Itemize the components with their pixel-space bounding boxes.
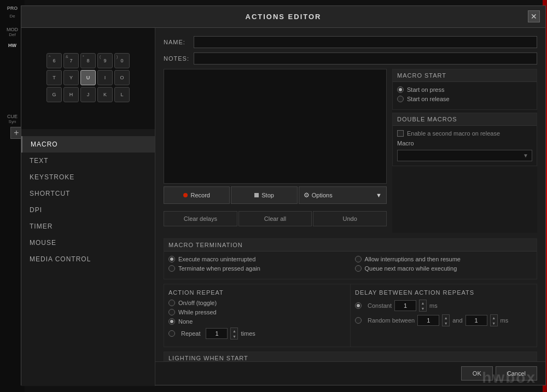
radio-queue-next: Queue next macro while executing xyxy=(355,265,533,272)
radio-start-release-input[interactable] xyxy=(397,96,404,102)
macro-start-content: Start on press Start on release xyxy=(393,82,537,109)
action-buttons-row: Record Stop ⚙ Options ▼ xyxy=(164,186,387,204)
action-repeat-col: ACTION REPEAT On/off (toggle) While pres… xyxy=(164,284,351,347)
name-label: NAME: xyxy=(164,39,194,45)
nav-section-label xyxy=(21,132,155,136)
random-spinner2: ▲ ▼ xyxy=(490,314,498,326)
radio-constant-input[interactable] xyxy=(355,302,362,309)
keyboard-area: ^ 6 & 7 * 8 ( 9 ) 0 xyxy=(21,28,155,129)
macro-editor-canvas xyxy=(164,69,387,184)
random-spinner1: ▲ ▼ xyxy=(442,314,450,326)
options-dropdown-arrow: ▼ xyxy=(376,192,382,198)
notes-input[interactable] xyxy=(194,52,537,65)
record-label: Record xyxy=(190,192,210,198)
options-icon: ⚙ xyxy=(304,191,310,199)
radio-while-pressed-label: While pressed xyxy=(178,309,217,315)
hardware-label: HW xyxy=(8,43,16,48)
clear-delays-button[interactable]: Clear delays xyxy=(164,211,237,226)
key-U: U xyxy=(80,70,96,85)
nav-item-media-control[interactable]: MEDIA CONTROL xyxy=(21,251,155,267)
random-spinner2-up[interactable]: ▲ xyxy=(491,315,497,320)
repeat-spinner-down[interactable]: ▼ xyxy=(231,334,237,339)
repeat-spinner-up[interactable]: ▲ xyxy=(231,328,237,334)
notes-label: NOTES: xyxy=(164,55,194,62)
radio-uninterrupted-input[interactable] xyxy=(168,256,175,262)
options-button[interactable]: ⚙ Options ▼ xyxy=(299,186,387,204)
nav-item-timer[interactable]: TIMER xyxy=(21,218,155,235)
macro-start-section: MACRO START Start on press Start on rele… xyxy=(392,69,537,110)
mode-label: MOD xyxy=(7,27,18,32)
radio-queue-next-input[interactable] xyxy=(355,265,362,272)
radio-start-on-release: Start on release xyxy=(397,96,532,102)
record-icon xyxy=(183,193,188,197)
radio-random-input[interactable] xyxy=(355,317,362,324)
repeat-spinner: ▲ ▼ xyxy=(230,327,238,340)
repeat-value-input[interactable] xyxy=(206,328,228,339)
close-button[interactable]: ✕ xyxy=(528,10,540,22)
radio-allow-interruptions: Allow interruptions and then resume xyxy=(355,256,533,262)
nav-item-dpi[interactable]: DPI xyxy=(21,202,155,218)
macro-termination-header: MACRO TERMINATION xyxy=(164,239,537,251)
notes-row: NOTES: xyxy=(164,52,537,65)
key-I: I xyxy=(97,70,113,85)
nav-item-macro[interactable]: MACRO xyxy=(21,136,155,153)
double-macros-content: Enable a second macro on release Macro ▼ xyxy=(393,126,537,166)
delay-col: DELAY BETWEEN ACTION REPEATS Constant ▲ … xyxy=(351,284,537,347)
actions-editor-dialog: ACTIONS EDITOR ✕ ^ 6 & 7 * 8 ( xyxy=(21,5,546,385)
key-K: K xyxy=(97,87,113,102)
key-0: ) 0 xyxy=(114,53,130,68)
random-spinner2-down[interactable]: ▼ xyxy=(491,320,497,326)
keyboard-row-3: G H J K L xyxy=(46,87,130,102)
radio-terminate-pressed-input[interactable] xyxy=(168,265,175,272)
nav-item-shortcut[interactable]: SHORTCUT xyxy=(21,185,155,202)
macro-dropdown-label: Macro xyxy=(397,140,414,147)
constant-spinner-up[interactable]: ▲ xyxy=(420,300,426,306)
random-delay-row: Random between ▲ ▼ and ▲ ▼ ms xyxy=(355,314,532,326)
radio-none: None xyxy=(168,318,346,325)
macro-editor-col: Record Stop ⚙ Options ▼ xyxy=(164,69,387,233)
double-macros-label: Enable a second macro on release xyxy=(407,130,500,137)
macro-side-panel: MACRO START Start on press Start on rele… xyxy=(392,69,537,233)
random-spinner1-up[interactable]: ▲ xyxy=(443,315,449,320)
constant-value-input[interactable] xyxy=(394,300,416,311)
nav-item-mouse[interactable]: MOUSE xyxy=(21,235,155,251)
macro-start-header: MACRO START xyxy=(393,69,537,82)
radio-repeat-input[interactable] xyxy=(168,330,175,337)
radio-toggle-input[interactable] xyxy=(168,300,175,306)
keyboard-row-2: T Y U I O xyxy=(46,70,130,85)
double-macros-checkbox[interactable] xyxy=(397,130,404,137)
radio-start-press-input[interactable] xyxy=(397,86,404,93)
random-value1-input[interactable] xyxy=(417,315,439,326)
constant-spinner: ▲ ▼ xyxy=(419,300,427,312)
name-input[interactable] xyxy=(194,36,537,48)
key-G: G xyxy=(46,87,62,102)
radio-terminate-pressed-label: Terminate when pressed again xyxy=(178,265,260,272)
radio-while-pressed-input[interactable] xyxy=(168,309,175,315)
key-H: H xyxy=(63,87,79,102)
radio-toggle-label: On/off (toggle) xyxy=(178,300,217,306)
radio-repeat-label: Repeat xyxy=(181,330,200,337)
key-J: J xyxy=(80,87,96,102)
nav-item-keystroke[interactable]: KEYSTROKE xyxy=(21,169,155,185)
random-spinner1-down[interactable]: ▼ xyxy=(443,320,449,326)
record-button[interactable]: Record xyxy=(164,186,230,204)
clear-all-button[interactable]: Clear all xyxy=(238,211,312,226)
dialog-title: ACTIONS EDITOR xyxy=(246,13,322,21)
clear-buttons-row: Clear delays Clear all Undo xyxy=(164,211,387,226)
key-7: & 7 xyxy=(63,53,79,68)
radio-none-input[interactable] xyxy=(168,318,175,325)
constant-spinner-down[interactable]: ▼ xyxy=(420,306,426,311)
nav-item-text[interactable]: TEXT xyxy=(21,153,155,169)
radio-allow-interruptions-input[interactable] xyxy=(355,256,362,262)
termination-left-col: Execute macro uninterrupted Terminate wh… xyxy=(164,251,351,279)
termination-right-col: Allow interruptions and then resume Queu… xyxy=(351,251,537,279)
macro-termination-section: MACRO TERMINATION Execute macro uninterr… xyxy=(164,238,537,279)
action-section: ACTION REPEAT On/off (toggle) While pres… xyxy=(164,284,537,347)
left-panel: ^ 6 & 7 * 8 ( 9 ) 0 xyxy=(21,28,155,386)
stop-button[interactable]: Stop xyxy=(231,186,297,204)
macro-dropdown[interactable]: ▼ xyxy=(397,150,532,161)
double-macros-section: DOUBLE MACROS Enable a second macro on r… xyxy=(392,113,537,166)
undo-button[interactable]: Undo xyxy=(313,211,387,226)
random-ms-label: ms xyxy=(501,317,509,324)
random-value2-input[interactable] xyxy=(465,315,487,326)
